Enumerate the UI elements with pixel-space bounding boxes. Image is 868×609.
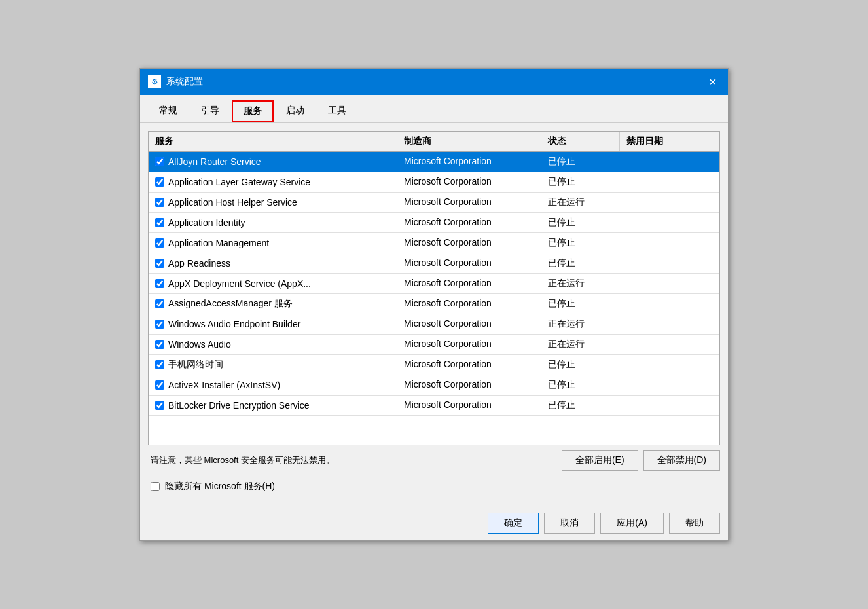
service-checkbox[interactable] — [155, 198, 164, 207]
table-row[interactable]: Application Host Helper Service Microsof… — [149, 193, 719, 213]
service-name-cell[interactable]: AllJoyn Router Service — [149, 152, 397, 172]
table-row[interactable]: BitLocker Drive Encryption Service Micro… — [149, 396, 719, 416]
manufacturer-cell: Microsoft Corporation — [397, 274, 541, 293]
tab-boot[interactable]: 引导 — [190, 100, 230, 122]
service-name-cell[interactable]: AppX Deployment Service (AppX... — [149, 274, 397, 293]
bottom-buttons: 确定 取消 应用(A) 帮助 — [140, 506, 728, 540]
service-name: Application Host Helper Service — [168, 197, 297, 208]
service-checkbox[interactable] — [155, 401, 164, 410]
service-checkbox[interactable] — [155, 340, 164, 349]
service-checkbox[interactable] — [155, 380, 164, 390]
table-scroll[interactable]: AllJoyn Router Service Microsoft Corpora… — [149, 152, 719, 445]
cancel-button[interactable]: 取消 — [544, 513, 595, 534]
manufacturer-cell: Microsoft Corporation — [397, 193, 541, 212]
status-cell: 已停止 — [541, 213, 620, 232]
tab-startup[interactable]: 启动 — [275, 100, 316, 122]
manufacturer-cell: Microsoft Corporation — [397, 233, 541, 253]
tab-general[interactable]: 常规 — [148, 100, 189, 122]
service-name-cell[interactable]: 手机网络时间 — [149, 355, 397, 375]
hide-ms-label: 隐藏所有 Microsoft 服务(H) — [165, 481, 275, 492]
disabled-date-cell — [620, 213, 719, 232]
titlebar-left: ⚙ 系统配置 — [148, 75, 203, 88]
status-cell: 已停止 — [541, 233, 620, 253]
tab-services[interactable]: 服务 — [232, 100, 274, 122]
table-row[interactable]: Application Management Microsoft Corpora… — [149, 233, 719, 253]
disabled-date-cell — [620, 253, 719, 273]
service-name: Application Layer Gateway Service — [168, 177, 310, 187]
service-checkbox[interactable] — [155, 157, 164, 166]
manufacturer-cell: Microsoft Corporation — [397, 294, 541, 314]
manufacturer-cell: Microsoft Corporation — [397, 152, 541, 172]
service-name-cell[interactable]: BitLocker Drive Encryption Service — [149, 396, 397, 415]
status-cell: 已停止 — [541, 355, 620, 375]
service-checkbox[interactable] — [155, 177, 164, 187]
table-row[interactable]: ActiveX Installer (AxInstSV) Microsoft C… — [149, 375, 719, 396]
table-header: 服务 制造商 状态 禁用日期 — [149, 132, 719, 152]
service-name-cell[interactable]: Application Management — [149, 233, 397, 253]
service-name-cell[interactable]: Windows Audio Endpoint Builder — [149, 314, 397, 334]
tabs-bar: 常规 引导 服务 启动 工具 — [140, 95, 728, 123]
service-name: BitLocker Drive Encryption Service — [168, 400, 310, 411]
service-name: Application Management — [168, 238, 269, 248]
status-cell: 正在运行 — [541, 314, 620, 334]
table-row[interactable]: Application Identity Microsoft Corporati… — [149, 213, 719, 233]
status-cell: 已停止 — [541, 152, 620, 172]
table-row[interactable]: Windows Audio Microsoft Corporation 正在运行 — [149, 335, 719, 355]
table-row[interactable]: AssignedAccessManager 服务 Microsoft Corpo… — [149, 294, 719, 314]
table-row[interactable]: 手机网络时间 Microsoft Corporation 已停止 — [149, 355, 719, 375]
service-name: 手机网络时间 — [168, 359, 223, 371]
disabled-date-cell — [620, 193, 719, 212]
disabled-date-cell — [620, 375, 719, 395]
table-row[interactable]: Windows Audio Endpoint Builder Microsoft… — [149, 314, 719, 335]
service-checkbox[interactable] — [155, 320, 164, 329]
tab-tools[interactable]: 工具 — [317, 100, 357, 122]
disable-all-button[interactable]: 全部禁用(D) — [643, 450, 720, 471]
apply-button[interactable]: 应用(A) — [600, 513, 664, 534]
service-checkbox[interactable] — [155, 218, 164, 227]
disabled-date-cell — [620, 314, 719, 334]
service-name-cell[interactable]: Windows Audio — [149, 335, 397, 354]
manufacturer-cell: Microsoft Corporation — [397, 396, 541, 415]
status-cell: 正在运行 — [541, 274, 620, 293]
main-content: 服务 制造商 状态 禁用日期 AllJoyn Router Service Mi… — [140, 123, 728, 506]
titlebar: ⚙ 系统配置 ✕ — [140, 69, 728, 95]
service-name-cell[interactable]: Application Host Helper Service — [149, 193, 397, 212]
close-button[interactable]: ✕ — [704, 74, 720, 90]
system-config-window: ⚙ 系统配置 ✕ 常规 引导 服务 启动 工具 服务 制造商 状态 禁用日期 — [139, 68, 729, 541]
hide-ms-checkbox[interactable] — [151, 482, 160, 491]
hide-ms-row: 隐藏所有 Microsoft 服务(H) — [148, 475, 720, 498]
manufacturer-cell: Microsoft Corporation — [397, 314, 541, 334]
services-table: 服务 制造商 状态 禁用日期 AllJoyn Router Service Mi… — [148, 131, 720, 445]
manufacturer-cell: Microsoft Corporation — [397, 172, 541, 192]
ok-button[interactable]: 确定 — [488, 513, 539, 534]
disabled-date-cell — [620, 274, 719, 293]
table-row[interactable]: AllJoyn Router Service Microsoft Corpora… — [149, 152, 719, 172]
service-checkbox[interactable] — [155, 259, 164, 268]
service-name-cell[interactable]: App Readiness — [149, 253, 397, 273]
manufacturer-cell: Microsoft Corporation — [397, 335, 541, 354]
window-icon: ⚙ — [148, 75, 161, 88]
table-row[interactable]: Application Layer Gateway Service Micros… — [149, 172, 719, 193]
service-checkbox[interactable] — [155, 360, 164, 369]
table-row[interactable]: App Readiness Microsoft Corporation 已停止 — [149, 253, 719, 274]
col-manufacturer: 制造商 — [397, 132, 541, 151]
footer-note: 请注意，某些 Microsoft 安全服务可能无法禁用。 — [148, 449, 337, 471]
enable-all-button[interactable]: 全部启用(E) — [562, 450, 638, 471]
status-cell: 已停止 — [541, 294, 620, 314]
disabled-date-cell — [620, 233, 719, 253]
service-name-cell[interactable]: Application Identity — [149, 213, 397, 232]
service-name-cell[interactable]: AssignedAccessManager 服务 — [149, 294, 397, 314]
col-status: 状态 — [541, 132, 620, 151]
status-cell: 已停止 — [541, 375, 620, 395]
service-checkbox[interactable] — [155, 238, 164, 248]
help-button[interactable]: 帮助 — [669, 513, 720, 534]
service-name: App Readiness — [168, 258, 230, 268]
status-cell: 正在运行 — [541, 335, 620, 354]
service-name: AllJoyn Router Service — [168, 157, 261, 167]
disabled-date-cell — [620, 152, 719, 172]
service-checkbox[interactable] — [155, 279, 164, 288]
service-checkbox[interactable] — [155, 299, 164, 308]
service-name-cell[interactable]: ActiveX Installer (AxInstSV) — [149, 375, 397, 395]
table-row[interactable]: AppX Deployment Service (AppX... Microso… — [149, 274, 719, 294]
service-name-cell[interactable]: Application Layer Gateway Service — [149, 172, 397, 192]
